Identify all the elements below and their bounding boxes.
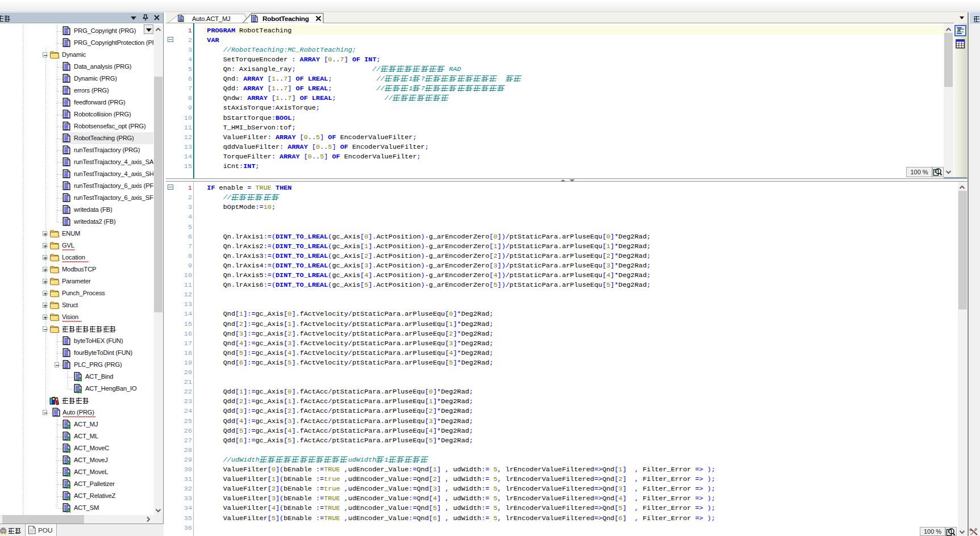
svg-text:A: A bbox=[66, 484, 71, 489]
svg-text:A: A bbox=[66, 424, 71, 430]
svg-text:A: A bbox=[66, 508, 71, 513]
svg-text:A: A bbox=[66, 496, 71, 501]
svg-text:A: A bbox=[66, 460, 71, 466]
svg-text:A: A bbox=[78, 376, 82, 382]
svg-text:A: A bbox=[78, 388, 82, 394]
svg-text:A: A bbox=[66, 436, 71, 442]
svg-text:A: A bbox=[66, 448, 71, 454]
svg-text:A: A bbox=[66, 472, 71, 478]
